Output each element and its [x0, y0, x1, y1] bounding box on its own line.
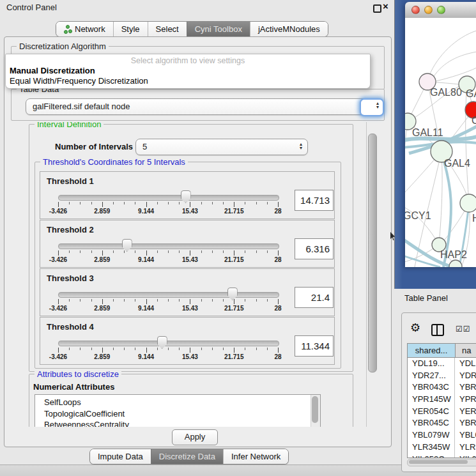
table-row[interactable]: YBR043CYBR0	[408, 381, 476, 394]
gear-icon[interactable]: ⚙	[410, 322, 420, 334]
panel-scrollbar-thumb[interactable]	[368, 134, 377, 372]
table-cell: YLR345W	[408, 441, 455, 454]
column-layout-icon[interactable]	[431, 324, 444, 336]
table-cell: YBL0	[455, 429, 476, 441]
zoom-traffic-light-icon[interactable]	[437, 6, 445, 14]
edge[interactable]	[439, 151, 442, 245]
node-label-gal4: GAL4	[444, 158, 470, 169]
list-item-betweennesscentrality[interactable]: BetweennessCentrality	[35, 419, 320, 427]
threshold-value-field[interactable]: 21.4	[295, 287, 334, 308]
slider-thumb[interactable]	[122, 239, 132, 252]
tab-jactivemnodules[interactable]: jActiveMNodules	[250, 22, 328, 36]
interval-definition-title: Interval Definition	[35, 122, 104, 129]
table-row[interactable]: YDR27...YDR2	[408, 370, 476, 382]
edge[interactable]	[405, 204, 437, 242]
table-row[interactable]: YER054CYER0	[408, 406, 476, 418]
table-cell: YDL1	[455, 358, 476, 370]
table-row[interactable]: YPR145WYPR1	[408, 394, 476, 406]
tick-label: 15.43	[182, 208, 198, 215]
table-cell: YBL079W	[408, 429, 455, 441]
tab-select[interactable]: Select	[148, 22, 187, 36]
threshold-value-field[interactable]: 14.713	[295, 190, 334, 211]
edge[interactable]	[433, 52, 476, 77]
network-window-titlebar[interactable]	[405, 2, 476, 19]
table-data-group: Table Data galFiltered.sif default node …	[11, 89, 385, 121]
list-scrollbar[interactable]	[311, 395, 320, 427]
slider-track[interactable]	[58, 195, 279, 201]
menu-option-manual-discretization[interactable]: Manual Discretization	[10, 66, 95, 75]
tick-label: -3.426	[49, 353, 67, 360]
threshold-box-1: Threshold 1-3.4262.8599.14415.4321.71528…	[40, 171, 335, 219]
column-header-name[interactable]: na	[456, 344, 476, 357]
slider-thumb[interactable]	[227, 288, 238, 300]
tick-label: 28	[274, 208, 281, 215]
top-tab-bar: NetworkStyleSelectCyni ToolboxjActiveMNo…	[56, 21, 328, 37]
node-h[interactable]	[460, 194, 476, 212]
slider-track[interactable]	[58, 243, 279, 249]
list-item-topologicalcoefficient[interactable]: TopologicalCoefficient	[35, 408, 320, 420]
float-window-icon[interactable]	[373, 4, 381, 13]
edge[interactable]	[405, 121, 408, 197]
table-rows: YDL19...YDL1YDR27...YDR2YBR043CYBR0YPR14…	[408, 358, 476, 458]
slider-track[interactable]	[58, 341, 279, 346]
table-data-combo[interactable]: galFiltered.sif default node ▴▾	[26, 98, 377, 115]
algorithm-combo-focused[interactable]: ▴▾	[360, 98, 384, 116]
checkbox-icons[interactable]: ☑☑	[456, 325, 471, 334]
tick-label: 2.859	[94, 353, 110, 360]
network-canvas[interactable]: GAL80GACGAL11GAL4GCY1HHAP2	[405, 18, 476, 267]
threshold-label: Threshold 2	[47, 225, 94, 234]
numerical-attributes-list[interactable]: SelfLoopsTopologicalCoefficientBetweenne…	[35, 394, 321, 427]
node-label-gal11: GAL11	[412, 127, 443, 138]
tick-label: 21.715	[224, 353, 244, 360]
threshold-box-4: Threshold 4-3.4262.8599.14415.4321.71528…	[40, 317, 335, 365]
interval-definition-group: Interval Definition Number of Intervals …	[29, 124, 353, 372]
minimize-traffic-light-icon[interactable]	[424, 6, 433, 14]
tab-network[interactable]: Network	[56, 22, 113, 36]
table-panel-title: Table Panel	[404, 293, 448, 303]
table-row[interactable]: YBL079WYBL0	[408, 429, 476, 441]
table-hscrollbar[interactable]	[407, 459, 476, 466]
edge[interactable]	[429, 31, 476, 75]
table-row[interactable]: YIL052CYIL0	[408, 454, 476, 459]
tick-label: 9.144	[138, 353, 154, 360]
tick-label: -3.426	[49, 305, 67, 312]
close-icon[interactable]: ×	[383, 1, 388, 12]
threshold-label: Threshold 4	[47, 322, 94, 332]
table-row[interactable]: YBR045CYBR0	[408, 417, 476, 429]
column-header-shared[interactable]: shared...	[408, 344, 456, 357]
edge[interactable]	[466, 84, 469, 203]
tick-label: 21.715	[224, 256, 244, 263]
number-of-intervals-combo[interactable]: 5 ▴▾	[135, 139, 308, 155]
threshold-value-field[interactable]: 6.316	[295, 238, 334, 259]
screen: Control Panel × NetworkStyleSelectCyni T…	[0, 0, 476, 476]
panel-scrollbar[interactable]	[366, 122, 377, 427]
table-cell: YDR27...	[408, 370, 455, 382]
table-cell: YLR3	[455, 441, 476, 454]
apply-button[interactable]: Apply	[172, 429, 218, 445]
close-traffic-light-icon[interactable]	[411, 6, 420, 14]
table-cell: YPR145W	[408, 394, 455, 406]
slider-thumb[interactable]	[181, 190, 191, 203]
tab-cyni-toolbox[interactable]: Cyni Toolbox	[187, 22, 250, 36]
slider-thumb[interactable]	[157, 336, 167, 349]
table-cell: YBR045C	[408, 417, 455, 429]
table-row[interactable]: YDL19...YDL1	[408, 358, 476, 370]
tab-infer-network[interactable]: Infer Network	[223, 449, 288, 464]
table-row[interactable]: YLR345WYLR3	[408, 441, 476, 454]
tab-discretize-data[interactable]: Discretize Data	[151, 449, 223, 464]
menu-option-equal-width-frequency-discretization[interactable]: Equal Width/Frequency Discretization	[10, 76, 148, 86]
list-item-selfloops[interactable]: SelfLoops	[35, 397, 320, 408]
numerical-attributes-label: Numerical Attributes	[33, 382, 114, 392]
slider-track[interactable]	[58, 292, 279, 298]
bottom-tab-bar: Impute DataDiscretize DataInfer Network	[89, 449, 289, 464]
tab-impute-data[interactable]: Impute Data	[90, 449, 151, 464]
attributes-group: Attributes to discretize Numerical Attri…	[29, 374, 353, 427]
list-scrollbar-thumb[interactable]	[312, 396, 318, 423]
threshold-value-field[interactable]: 11.344	[295, 335, 334, 357]
control-panel-title: Control Panel	[6, 3, 57, 12]
table-cell: YPR1	[455, 394, 476, 406]
tab-style[interactable]: Style	[113, 22, 148, 36]
threshold-label: Threshold 1	[47, 176, 94, 186]
node-attribute-table[interactable]: shared... na YDL19...YDL1YDR27...YDR2YBR…	[407, 343, 476, 458]
table-hscrollbar-thumb[interactable]	[409, 460, 468, 464]
